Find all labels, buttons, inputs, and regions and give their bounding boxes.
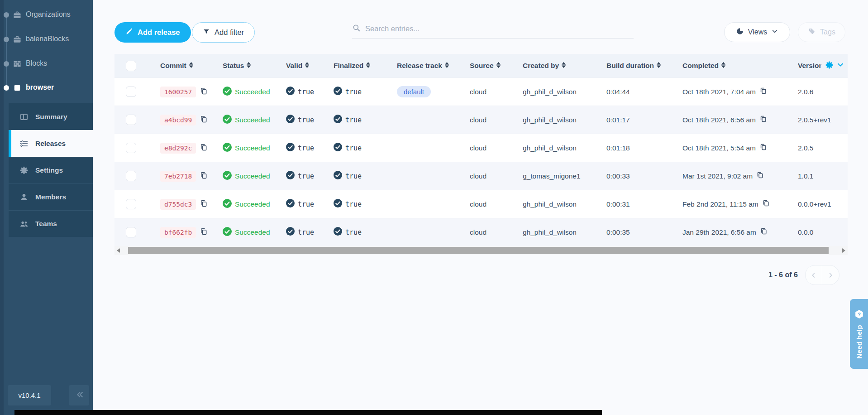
commit-cell: a4bcd99: [153, 115, 215, 125]
version-cell: 2.0.5: [791, 144, 848, 152]
created-by-value: gh_phil_d_wilson: [523, 200, 577, 208]
column-header-status[interactable]: Status: [215, 62, 279, 70]
column-header-build-duration[interactable]: Build duration: [599, 62, 675, 70]
version-value: 0.0.0+rev1: [798, 200, 831, 208]
sidebar-item-blocks[interactable]: Blocks: [0, 54, 93, 74]
copy-icon[interactable]: [756, 171, 764, 181]
release-track-badge: default: [397, 86, 431, 97]
source-value: cloud: [470, 116, 486, 124]
column-header-created-by[interactable]: Created by: [515, 62, 599, 70]
copy-icon[interactable]: [762, 199, 770, 209]
copy-icon[interactable]: [200, 227, 208, 237]
column-label: Commit: [160, 62, 186, 70]
copy-icon[interactable]: [200, 115, 208, 125]
created-by-cell: gh_phil_d_wilson: [515, 116, 599, 124]
chevron-down-icon[interactable]: [836, 61, 844, 71]
column-header-valid[interactable]: Valid: [279, 62, 326, 70]
version-value: 2.0.5: [798, 144, 813, 152]
copy-icon[interactable]: [200, 87, 208, 97]
copy-icon[interactable]: [200, 171, 208, 181]
column-header-commit[interactable]: Commit: [153, 62, 215, 70]
copy-icon[interactable]: [760, 227, 768, 237]
bottom-black-strip: [14, 410, 602, 415]
completed-cell: Oct 18th 2021, 6:56 am: [675, 115, 791, 125]
add-filter-button[interactable]: Add filter: [192, 22, 255, 43]
sort-icon: [366, 62, 371, 70]
status-label: Succeeded: [235, 116, 270, 124]
created-by-cell: gh_phil_d_wilson: [515, 228, 599, 236]
finalized-cell: true: [326, 199, 390, 209]
column-label: Valid: [286, 62, 302, 70]
column-label: Version: [798, 62, 821, 70]
created-by-value: gh_phil_d_wilson: [523, 228, 577, 236]
column-header-source[interactable]: Source: [463, 62, 515, 70]
sidebar-collapse-button[interactable]: [69, 385, 89, 405]
chevron-down-icon: [771, 28, 778, 37]
status-cell: Succeeded: [215, 87, 279, 97]
column-header-version[interactable]: Version: [791, 61, 848, 71]
select-all-checkbox[interactable]: [126, 61, 136, 71]
sidebar-item-releases[interactable]: Releases: [9, 130, 93, 157]
finalized-value: true: [345, 116, 362, 124]
scrollbar-thumb[interactable]: [128, 247, 829, 254]
row-checkbox[interactable]: [126, 143, 136, 153]
sidebar-item-organizations[interactable]: Organizations: [0, 5, 93, 25]
source-value: cloud: [470, 172, 486, 180]
column-header-completed[interactable]: Completed: [675, 62, 791, 70]
tags-button[interactable]: Tags: [798, 22, 845, 42]
finalized-value: true: [345, 144, 362, 152]
views-button[interactable]: Views: [724, 22, 790, 42]
sidebar-item-settings[interactable]: Settings: [9, 157, 93, 183]
commit-hash: a4bcd99: [160, 115, 196, 125]
add-release-button[interactable]: Add release: [114, 22, 191, 43]
previous-page-button[interactable]: [806, 265, 822, 285]
scroll-left-arrow[interactable]: [114, 246, 122, 255]
commit-hash: d755dc3: [160, 199, 196, 210]
table-row[interactable]: e8d292c Succeeded true: [114, 134, 848, 162]
column-label: Build duration: [606, 62, 654, 70]
copy-icon[interactable]: [200, 199, 208, 209]
build-duration-cell: 0:00:35: [599, 228, 675, 236]
version-value: 1.0.1: [798, 172, 813, 180]
sidebar-item-balenablocks[interactable]: balenaBlocks: [0, 29, 93, 49]
created-by-cell: gh_phil_d_wilson: [515, 200, 599, 208]
row-checkbox[interactable]: [126, 87, 136, 97]
horizontal-scrollbar[interactable]: [114, 246, 848, 255]
table-row[interactable]: 1600257 Succeeded true: [114, 77, 848, 106]
column-settings-gear-icon[interactable]: [825, 61, 834, 71]
sidebar-item-label: Members: [35, 193, 66, 201]
table-row[interactable]: 7eb2718 Succeeded true: [114, 162, 848, 190]
table-row[interactable]: a4bcd99 Succeeded true: [114, 106, 848, 134]
copy-icon[interactable]: [200, 143, 208, 153]
copy-icon[interactable]: [759, 143, 767, 153]
need-help-tab[interactable]: ? Need help: [850, 299, 868, 369]
sidebar-item-label: balenaBlocks: [26, 35, 69, 43]
sidebar-item-label: Blocks: [26, 59, 47, 68]
add-release-label: Add release: [138, 28, 180, 37]
status-label: Succeeded: [235, 228, 270, 236]
row-checkbox[interactable]: [126, 227, 136, 237]
table-row[interactable]: bf662fb Succeeded true: [114, 218, 848, 246]
scroll-right-arrow[interactable]: [840, 246, 848, 255]
row-checkbox[interactable]: [126, 171, 136, 181]
column-header-release-track[interactable]: Release track: [390, 62, 463, 70]
next-page-button[interactable]: [822, 265, 839, 285]
table-row[interactable]: d755dc3 Succeeded true: [114, 190, 848, 218]
sidebar-item-browser[interactable]: browser: [0, 78, 93, 98]
finalized-cell: true: [326, 115, 390, 125]
sidebar-item-members[interactable]: Members: [9, 183, 93, 210]
sidebar-item-summary[interactable]: Summary: [9, 103, 93, 130]
finalized-cell: true: [326, 87, 390, 97]
row-checkbox[interactable]: [126, 115, 136, 125]
copy-icon[interactable]: [759, 115, 767, 125]
search-input[interactable]: [365, 24, 634, 33]
sort-icon: [189, 62, 194, 70]
column-header-finalized[interactable]: Finalized: [326, 62, 390, 70]
bricks-icon: [13, 59, 22, 68]
build-duration-value: 0:01:18: [606, 144, 630, 152]
sidebar-item-teams[interactable]: Teams: [9, 210, 93, 237]
copy-icon[interactable]: [759, 87, 767, 97]
search-bar: [352, 24, 634, 39]
commit-hash: bf662fb: [160, 227, 196, 238]
row-checkbox[interactable]: [126, 199, 136, 209]
